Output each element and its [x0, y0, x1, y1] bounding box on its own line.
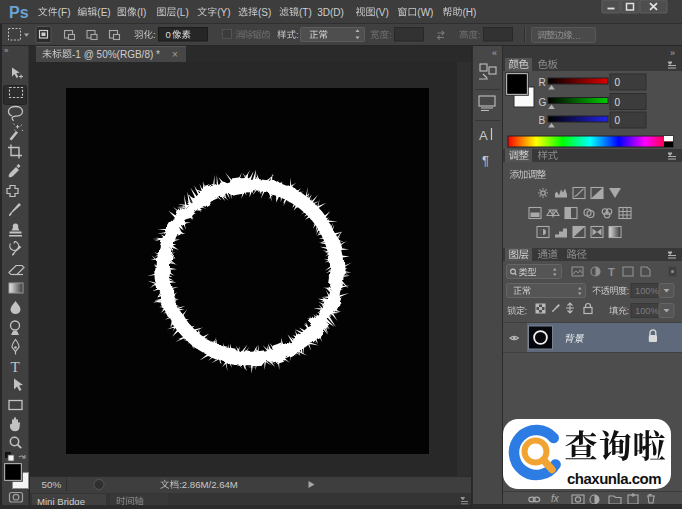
svg-text:fx: fx	[551, 493, 560, 504]
svg-text::: :	[525, 306, 527, 316]
svg-text:chaxunla.com: chaxunla.com	[567, 470, 661, 487]
svg-text::: :	[296, 29, 299, 40]
svg-text:(L): (L)	[177, 7, 189, 18]
svg-text:-1 @ 50%(RGB/8) *: -1 @ 50%(RGB/8) *	[72, 49, 160, 60]
svg-text:50%: 50%	[42, 479, 62, 490]
svg-text::: :	[627, 306, 629, 316]
svg-text:0: 0	[615, 97, 621, 108]
svg-text::: :	[626, 286, 628, 296]
svg-text:(S): (S)	[258, 7, 271, 18]
svg-text:(H): (H)	[462, 7, 476, 18]
svg-text::: :	[478, 29, 481, 40]
svg-text:«: «	[492, 48, 497, 58]
svg-text:…: …	[572, 30, 581, 41]
svg-text:¶: ¶	[482, 153, 489, 168]
svg-text:(V): (V)	[376, 7, 389, 18]
svg-text:B: B	[539, 115, 546, 126]
svg-text:100%: 100%	[635, 306, 659, 316]
svg-text:G: G	[539, 97, 547, 108]
svg-text:(Y): (Y)	[217, 7, 230, 18]
svg-text:(W): (W)	[417, 7, 433, 18]
svg-text::: :	[153, 29, 156, 40]
svg-text:0: 0	[615, 77, 621, 88]
svg-text:0: 0	[615, 115, 621, 126]
svg-text::2.86M/2.64M: :2.86M/2.64M	[179, 479, 238, 490]
svg-text:100%: 100%	[635, 286, 659, 296]
svg-text:T: T	[11, 359, 20, 375]
svg-text:»: »	[670, 48, 675, 58]
svg-text:(T): (T)	[299, 7, 312, 18]
svg-text:(I): (I)	[137, 7, 146, 18]
svg-text:×: ×	[172, 49, 178, 60]
svg-text:A: A	[479, 128, 488, 143]
svg-text:Ps: Ps	[9, 4, 29, 21]
svg-text::: :	[389, 29, 392, 40]
svg-text:3D(D): 3D(D)	[317, 7, 344, 18]
svg-text:Mini Bridge: Mini Bridge	[37, 496, 85, 507]
svg-text:0: 0	[166, 29, 171, 40]
svg-text:»: »	[4, 46, 9, 55]
svg-text:(E): (E)	[97, 7, 110, 18]
svg-text:T: T	[608, 266, 615, 278]
svg-text:R: R	[539, 77, 546, 88]
svg-text:(F): (F)	[58, 7, 71, 18]
